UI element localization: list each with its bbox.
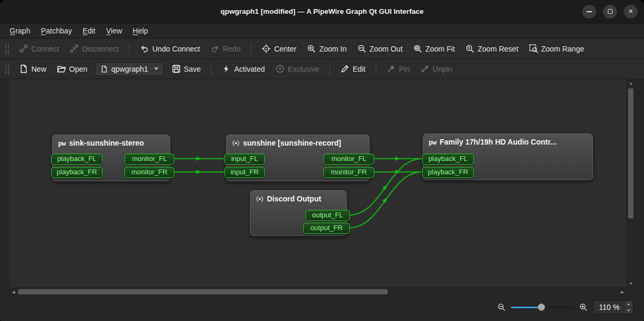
- edit-pencil-icon: [340, 64, 349, 73]
- open-button[interactable]: Open: [52, 62, 92, 76]
- horizontal-scroll-handle[interactable]: [18, 289, 388, 294]
- zoom-fit-icon: [413, 44, 422, 53]
- port-output-fl[interactable]: output_FL: [305, 210, 350, 221]
- zoom-fit-button[interactable]: Zoom Fit: [408, 41, 459, 56]
- disconnect-icon: [70, 44, 79, 53]
- unpin-button[interactable]: Unpin: [416, 62, 457, 76]
- zoom-in-icon[interactable]: [579, 303, 588, 311]
- maximize-button[interactable]: [603, 5, 617, 19]
- zoom-slider-fill: [511, 307, 541, 308]
- zoom-out-icon: [357, 44, 366, 53]
- pin-icon: [387, 64, 396, 73]
- menu-help[interactable]: Help: [128, 25, 154, 37]
- horizontal-scrollbar[interactable]: ◀ ▶: [10, 288, 626, 295]
- node-family-hd-audio[interactable]: pw Family 17h/19h HD Audio Contr... play…: [423, 133, 593, 180]
- maximize-icon: [608, 9, 613, 14]
- menu-view[interactable]: View: [101, 25, 127, 37]
- connections-layer: [10, 79, 626, 288]
- window-controls: ✕: [582, 0, 638, 23]
- close-button[interactable]: ✕: [624, 5, 638, 19]
- scroll-right-arrow[interactable]: ▶: [618, 288, 626, 296]
- redo-icon: [211, 44, 220, 53]
- activated-bolt-icon: [222, 64, 231, 73]
- record-icon: [256, 195, 264, 203]
- node-title: pw sink-sunshine-stereo: [53, 135, 170, 147]
- port-input-fr[interactable]: input_FR: [224, 167, 265, 178]
- record-icon: [232, 139, 240, 147]
- exclusive-toggle[interactable]: Exclusive: [271, 62, 324, 76]
- zoom-spinbox[interactable]: 110 % ▲ ▼: [593, 300, 633, 314]
- zoom-value[interactable]: 110 %: [593, 301, 624, 314]
- connect-button[interactable]: Connect: [14, 41, 64, 56]
- port-monitor-fl[interactable]: monitor_FL: [323, 154, 374, 165]
- window-title: qpwgraph1 [modified] — A PipeWire Graph …: [220, 7, 423, 15]
- scrollbar-corner: [626, 288, 634, 295]
- activated-toggle[interactable]: Activated: [217, 62, 270, 76]
- scroll-down-arrow[interactable]: ▼: [627, 280, 635, 288]
- zoom-reset-button[interactable]: Zoom Reset: [461, 41, 523, 56]
- minimize-icon: [587, 11, 592, 12]
- node-title: pw Family 17h/19h HD Audio Contr...: [423, 134, 592, 146]
- node-sunshine[interactable]: sunshine [sunshine-record] input_FL inpu…: [226, 134, 370, 181]
- zoom-range-button[interactable]: Zoom Range: [524, 41, 589, 56]
- toolbar-file: New Open qpwgraph1 Save Activated Exclus…: [0, 59, 644, 79]
- menu-edit[interactable]: Edit: [77, 25, 101, 37]
- save-icon: [172, 64, 181, 73]
- zoom-out-button[interactable]: Zoom Out: [353, 41, 407, 56]
- port-playback-fl[interactable]: playback_FL: [422, 154, 474, 165]
- statusbar: 110 % ▲ ▼: [0, 295, 644, 321]
- zoom-slider-handle[interactable]: [538, 303, 545, 311]
- titlebar[interactable]: qpwgraph1 [modified] — A PipeWire Graph …: [0, 0, 644, 23]
- minimize-button[interactable]: [582, 5, 596, 19]
- toolbar-separator: [329, 64, 330, 74]
- vertical-scrollbar[interactable]: ▲ ▼: [626, 79, 634, 288]
- edge-arrow-icon: [395, 170, 400, 174]
- port-playback-fl[interactable]: playback_FL: [51, 154, 103, 165]
- new-button[interactable]: New: [14, 62, 51, 76]
- undo-connect-button[interactable]: Undo Connect: [135, 41, 205, 56]
- app-window: qpwgraph1 [modified] — A PipeWire Graph …: [0, 0, 644, 321]
- spin-up-button[interactable]: ▲: [624, 301, 633, 308]
- port-monitor-fr[interactable]: monitor_FR: [124, 167, 174, 178]
- toolbar-drag-handle[interactable]: [5, 64, 9, 74]
- toolbar-separator: [250, 44, 252, 54]
- disconnect-button[interactable]: Disconnect: [65, 41, 123, 56]
- toolbar-drag-handle[interactable]: [5, 44, 9, 54]
- vertical-scroll-handle[interactable]: [628, 88, 633, 218]
- port-playback-fr[interactable]: playback_FR: [422, 167, 474, 178]
- redo-button[interactable]: Redo: [206, 41, 245, 56]
- center-button[interactable]: Center: [257, 41, 301, 56]
- port-monitor-fr[interactable]: monitor_FR: [323, 167, 374, 178]
- patchbay-combobox[interactable]: qpwgraph1: [95, 62, 163, 76]
- toolbar-separator: [129, 44, 130, 54]
- node-discord-output[interactable]: Discord Output output_FL output_FR: [250, 190, 347, 236]
- scroll-left-arrow[interactable]: ◀: [10, 288, 18, 296]
- zoom-out-icon[interactable]: [497, 303, 506, 311]
- port-monitor-fl[interactable]: monitor_FL: [124, 154, 174, 165]
- toolbar-separator: [211, 64, 212, 74]
- pin-button[interactable]: Pin: [382, 62, 414, 76]
- connect-icon: [19, 44, 28, 53]
- zoom-in-button[interactable]: Zoom In: [302, 41, 351, 56]
- port-input-fl[interactable]: input_FL: [224, 154, 265, 165]
- exclusive-bolt-icon: [275, 64, 285, 73]
- zoom-spin-arrows: ▲ ▼: [624, 301, 633, 314]
- close-icon: ✕: [628, 8, 633, 15]
- chevron-down-icon: [154, 67, 158, 70]
- unpin-icon: [421, 64, 430, 73]
- zoom-slider[interactable]: [511, 303, 574, 311]
- node-title: Discord Output: [250, 191, 346, 203]
- scroll-up-arrow[interactable]: ▲: [627, 79, 635, 87]
- menu-graph[interactable]: Graph: [4, 25, 36, 37]
- graph-canvas[interactable]: pw sink-sunshine-stereo playback_FL play…: [10, 79, 626, 288]
- save-button[interactable]: Save: [167, 62, 206, 76]
- patchbay-combobox-value: qpwgraph1: [111, 65, 148, 73]
- node-sink-sunshine-stereo[interactable]: pw sink-sunshine-stereo playback_FL play…: [52, 134, 170, 181]
- zoom-reset-icon: [465, 44, 474, 53]
- port-output-fr[interactable]: output_FR: [303, 223, 350, 234]
- spin-down-button[interactable]: ▼: [624, 308, 633, 314]
- toolbar-main: Connect Disconnect Undo Connect Redo Cen…: [0, 39, 644, 59]
- port-playback-fr[interactable]: playback_FR: [51, 167, 103, 178]
- edit-toggle[interactable]: Edit: [336, 62, 370, 76]
- menu-patchbay[interactable]: Patchbay: [36, 25, 77, 37]
